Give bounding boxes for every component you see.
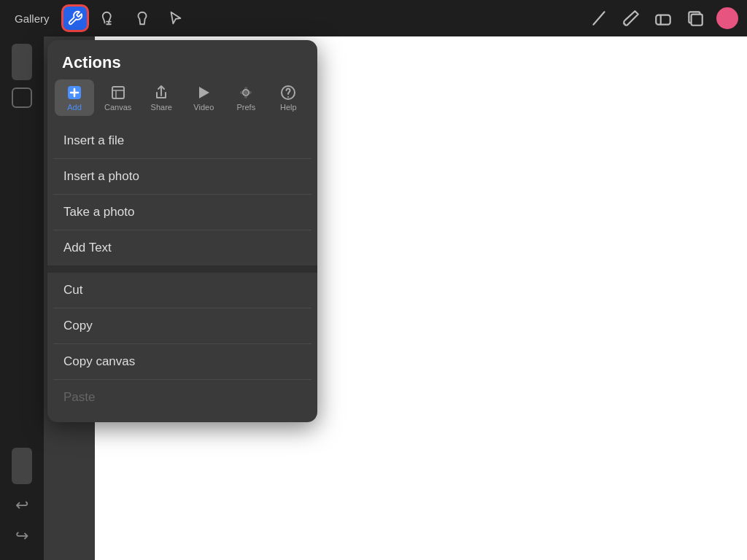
menu-section-1: Insert a file Insert a photo Take a phot… (47, 123, 317, 265)
layers-button[interactable] (684, 7, 706, 29)
svg-marker-10 (199, 87, 209, 98)
pen-tool-button[interactable] (588, 7, 610, 29)
video-tab-icon (195, 84, 212, 101)
top-bar-right (588, 7, 738, 29)
gallery-button[interactable]: Gallery (9, 9, 55, 28)
brush-tool-button[interactable] (620, 7, 642, 29)
actions-panel: Actions Add Canvas (47, 40, 317, 422)
menu-section-2: Cut Copy Copy canvas Paste (47, 273, 317, 415)
sidebar-bottom: ↩ ↪ (12, 448, 32, 545)
selection-tool-button[interactable] (162, 4, 190, 32)
tab-share[interactable]: Share (142, 79, 181, 116)
brush-size-slider[interactable] (12, 44, 32, 80)
tab-canvas[interactable]: Canvas (97, 79, 139, 116)
paste-item[interactable]: Paste (53, 380, 311, 415)
smudge-tool-button[interactable] (95, 4, 123, 32)
actions-title: Actions (47, 40, 317, 79)
help-tab-label: Help (280, 103, 297, 112)
wrench-tool-button[interactable] (61, 4, 89, 32)
tab-prefs[interactable]: Prefs (226, 79, 266, 116)
redo-button[interactable]: ↪ (15, 526, 28, 545)
menu-separator (47, 265, 317, 273)
copy-canvas-item[interactable]: Copy canvas (53, 344, 311, 380)
add-tab-label: Add (67, 103, 82, 112)
video-tab-label: Video (193, 103, 214, 112)
tab-help[interactable]: Help (268, 79, 308, 116)
add-tab-icon (66, 84, 83, 101)
svg-point-15 (287, 96, 289, 98)
canvas-tab-icon (109, 84, 127, 101)
avatar[interactable] (716, 7, 738, 29)
svg-rect-1 (656, 15, 670, 25)
tab-video[interactable]: Video (184, 79, 223, 116)
top-bar-left: Gallery (9, 4, 190, 32)
prefs-tab-icon (237, 84, 255, 101)
take-photo-item[interactable]: Take a photo (53, 195, 311, 230)
copy-item[interactable]: Copy (53, 308, 311, 344)
prefs-tab-label: Prefs (236, 103, 255, 112)
share-tab-icon (152, 84, 170, 101)
svg-rect-7 (112, 87, 124, 98)
cut-item[interactable]: Cut (53, 273, 311, 308)
svg-rect-13 (240, 91, 252, 94)
tab-add[interactable]: Add (55, 79, 94, 116)
svg-rect-3 (692, 15, 703, 26)
svg-line-0 (593, 12, 604, 24)
undo-button[interactable]: ↩ (15, 496, 28, 515)
left-sidebar: ↩ ↪ (0, 36, 44, 560)
script-tool-button[interactable] (128, 4, 156, 32)
canvas-tab-label: Canvas (104, 103, 131, 112)
insert-file-item[interactable]: Insert a file (53, 123, 311, 159)
eraser-tool-button[interactable] (652, 7, 674, 29)
top-toolbar: Gallery (0, 0, 747, 36)
add-text-item[interactable]: Add Text (53, 230, 311, 265)
shape-tool[interactable] (12, 88, 32, 108)
insert-photo-item[interactable]: Insert a photo (53, 159, 311, 195)
actions-tabs: Add Canvas Share (47, 79, 317, 123)
opacity-slider[interactable] (12, 448, 32, 484)
help-tab-icon (279, 84, 297, 101)
share-tab-label: Share (151, 103, 172, 112)
